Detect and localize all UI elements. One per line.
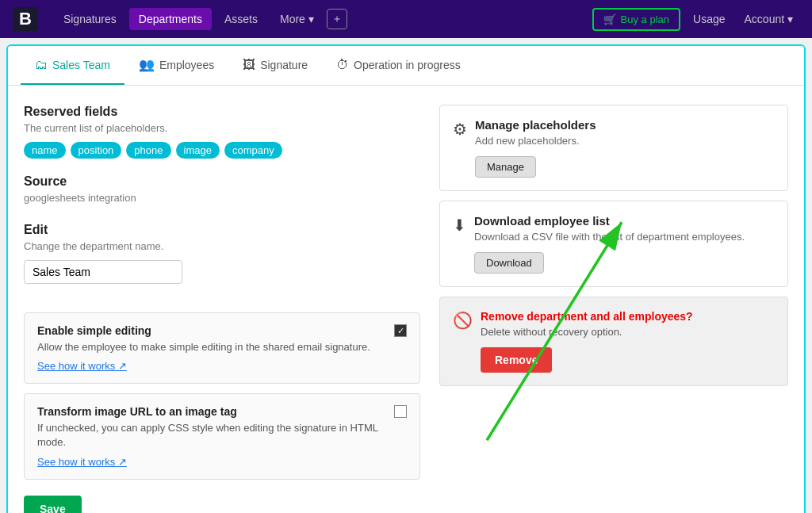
remove-department-card: 🚫 Remove department and all employees? D… xyxy=(439,297,788,386)
edit-subtitle: Change the department name. xyxy=(24,240,420,252)
placeholder-tags: name position phone image company xyxy=(24,142,420,159)
manage-placeholders-desc: Add new placeholders. xyxy=(475,135,596,147)
source-title: Source xyxy=(24,174,420,189)
nav-signatures[interactable]: Signatures xyxy=(54,8,126,30)
transform-image-link[interactable]: See how it works ↗ xyxy=(37,456,127,468)
nav-links: Signatures Departments Assets More ▾ ＋ xyxy=(54,8,592,30)
save-button[interactable]: Save xyxy=(24,496,82,513)
left-panel: Reserved fields The current list of plac… xyxy=(24,105,420,513)
source-value: googlesheets integration xyxy=(24,192,420,204)
transform-image-desc: If unchecked, you can apply CSS style wh… xyxy=(37,421,394,450)
reserved-fields-subtitle: The current list of placeholders. xyxy=(24,122,420,134)
download-icon: ⬇ xyxy=(453,216,466,235)
tab-employees[interactable]: 👥 Employees xyxy=(124,46,228,85)
tag-name: name xyxy=(24,142,66,159)
buy-plan-button[interactable]: 🛒 Buy a plan xyxy=(592,8,680,31)
employees-icon: 👥 xyxy=(139,57,155,72)
topnav: B Signatures Departments Assets More ▾ ＋… xyxy=(0,0,812,38)
simple-editing-desc: Allow the employee to make simple editin… xyxy=(37,340,370,354)
remove-department-title: Remove department and all employees? xyxy=(481,310,693,323)
manage-button[interactable]: Manage xyxy=(475,156,536,178)
source-section: Source googlesheets integration xyxy=(24,174,420,204)
nav-assets[interactable]: Assets xyxy=(215,8,267,30)
right-panel: ⚙ Manage placeholders Add new placeholde… xyxy=(439,105,788,513)
reserved-fields-title: Reserved fields xyxy=(24,105,420,119)
remove-button[interactable]: Remove xyxy=(481,347,552,373)
tag-position: position xyxy=(71,142,122,159)
main-container: 🗂 Sales Team 👥 Employees 🖼 Signature ⏱ O… xyxy=(6,44,806,513)
manage-placeholders-title: Manage placeholders xyxy=(475,118,596,132)
download-employee-desc: Download a CSV file with the list of dep… xyxy=(474,231,745,243)
transform-image-title: Transform image URL to an image tag xyxy=(37,405,394,418)
transform-image-box: Transform image URL to an image tag If u… xyxy=(24,393,420,479)
edit-section: Edit Change the department name. xyxy=(24,223,420,297)
transform-image-checkbox[interactable] xyxy=(394,405,407,418)
manage-placeholders-card: ⚙ Manage placeholders Add new placeholde… xyxy=(439,105,788,191)
simple-editing-link[interactable]: See how it works ↗ xyxy=(37,360,127,372)
topnav-right: 🛒 Buy a plan Usage Account ▾ xyxy=(592,8,799,31)
nav-departments[interactable]: Departments xyxy=(129,8,212,30)
tag-phone: phone xyxy=(126,142,170,159)
add-button[interactable]: ＋ xyxy=(327,9,347,29)
signature-icon: 🖼 xyxy=(243,58,255,72)
tag-company: company xyxy=(224,142,282,159)
tab-operation[interactable]: ⏱ Operation in progress xyxy=(322,47,475,85)
operation-icon: ⏱ xyxy=(336,58,349,72)
tag-image: image xyxy=(176,142,220,159)
usage-link[interactable]: Usage xyxy=(687,10,731,29)
download-employee-card: ⬇ Download employee list Download a CSV … xyxy=(439,201,788,287)
simple-editing-box: Enable simple editing Allow the employee… xyxy=(24,312,420,384)
tab-sales-team[interactable]: 🗂 Sales Team xyxy=(21,47,124,85)
nav-more[interactable]: More ▾ xyxy=(270,8,324,30)
logo: B xyxy=(13,7,38,31)
main-content: Reserved fields The current list of plac… xyxy=(8,86,804,513)
simple-editing-checkbox[interactable]: ✓ xyxy=(394,324,407,337)
no-entry-icon: 🚫 xyxy=(453,311,473,330)
download-employee-title: Download employee list xyxy=(474,214,745,228)
download-button[interactable]: Download xyxy=(474,252,544,274)
tabs-bar: 🗂 Sales Team 👥 Employees 🖼 Signature ⏱ O… xyxy=(8,46,804,86)
gear-icon: ⚙ xyxy=(453,120,467,139)
sales-team-icon: 🗂 xyxy=(35,58,48,72)
tab-signature[interactable]: 🖼 Signature xyxy=(228,47,322,85)
cart-icon: 🛒 xyxy=(603,13,616,25)
account-link[interactable]: Account ▾ xyxy=(738,10,799,29)
remove-department-desc: Delete without recovery option. xyxy=(481,326,693,338)
simple-editing-title: Enable simple editing xyxy=(37,324,370,337)
edit-title: Edit xyxy=(24,223,420,237)
department-name-input[interactable] xyxy=(24,260,182,284)
